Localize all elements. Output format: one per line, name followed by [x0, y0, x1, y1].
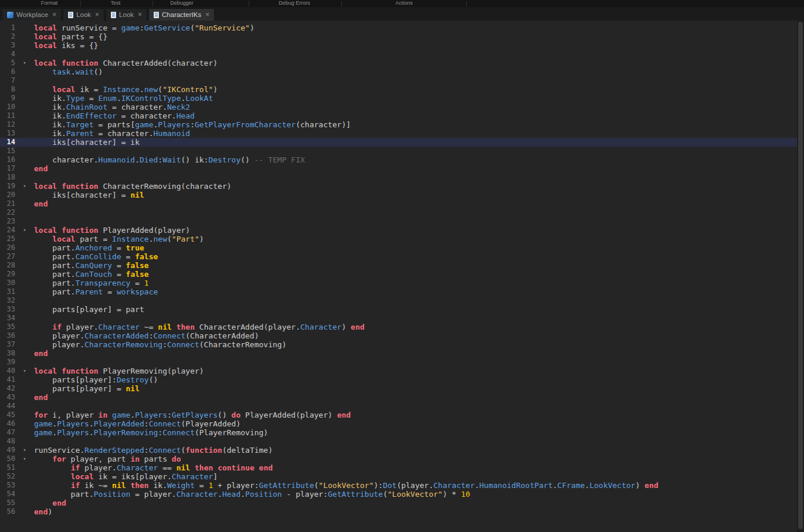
code-line[interactable]: 12 ik.Target = parts[game.Players:GetPla… [0, 120, 797, 129]
line-number[interactable]: 35 [1, 323, 15, 331]
line-number[interactable]: 53 [1, 481, 15, 490]
line-number[interactable]: 45 [1, 411, 15, 419]
code-line[interactable]: 23 [0, 217, 797, 226]
code-line[interactable]: 22 [0, 208, 797, 217]
line-number[interactable]: 5 [1, 59, 15, 67]
tab-close-icon[interactable]: × [138, 11, 142, 18]
code-line[interactable]: 42 parts[player] = nil [0, 384, 797, 393]
tab-close-icon[interactable]: × [52, 11, 56, 18]
code-line[interactable]: 52 local ik = iks[player.Character] [0, 472, 797, 481]
tab-characteriks[interactable]: CharacterIKs× [148, 8, 215, 21]
code-line[interactable]: 45for i, player in game.Players:GetPlaye… [0, 411, 797, 419]
line-number[interactable]: 16 [1, 155, 15, 164]
line-number[interactable]: 14 [1, 138, 15, 147]
line-number[interactable]: 37 [1, 340, 15, 349]
code-line[interactable]: 31 part.Parent = workspace [0, 287, 797, 296]
line-number[interactable]: 32 [1, 296, 15, 305]
code-line[interactable]: 38end [0, 349, 797, 358]
line-number[interactable]: 3 [1, 41, 15, 50]
code-line[interactable]: 48 [0, 437, 797, 446]
code-line[interactable]: 37 player.CharacterRemoving:Connect(Char… [0, 340, 797, 349]
line-number[interactable]: 50 [1, 455, 15, 463]
fold-arrow-icon[interactable]: ▾ [15, 59, 34, 67]
code-line[interactable]: 35 if player.Character ~= nil then Chara… [0, 323, 797, 331]
code-line[interactable]: 56end) [0, 507, 797, 516]
code-line[interactable]: 7 [0, 76, 797, 85]
line-number[interactable]: 20 [1, 191, 15, 199]
code-line[interactable]: 14 iks[character] = ik [0, 138, 797, 147]
line-number[interactable]: 31 [1, 287, 15, 296]
line-number[interactable]: 26 [1, 243, 15, 252]
code-line[interactable]: 16 character.Humanoid.Died:Wait() ik:Des… [0, 155, 797, 164]
line-number[interactable]: 25 [1, 235, 15, 243]
code-line[interactable]: 3local iks = {} [0, 41, 797, 50]
line-number[interactable]: 19 [1, 182, 15, 191]
code-line[interactable]: 46game.Players.PlayerAdded:Connect(Playe… [0, 419, 797, 428]
code-line[interactable]: 8 local ik = Instance.new("IKControl") [0, 85, 797, 94]
tab-workplace[interactable]: Workplace× [2, 8, 62, 21]
code-line[interactable]: 25 local part = Instance.new("Part") [0, 235, 797, 243]
line-number[interactable]: 39 [1, 358, 15, 367]
code-line[interactable]: 2local parts = {} [0, 32, 797, 41]
code-line[interactable]: 9 ik.Type = Enum.IKControlType.LookAt [0, 94, 797, 103]
line-number[interactable]: 36 [1, 331, 15, 340]
line-number[interactable]: 41 [1, 375, 15, 384]
line-number[interactable]: 34 [1, 314, 15, 323]
line-number[interactable]: 11 [1, 111, 15, 120]
code-line[interactable]: 51 if player.Character == nil then conti… [0, 463, 797, 472]
code-line[interactable]: 41 parts[player]:Destroy() [0, 375, 797, 384]
code-line[interactable]: 44 [0, 402, 797, 411]
line-number[interactable]: 18 [1, 173, 15, 182]
line-number[interactable]: 43 [1, 393, 15, 402]
line-number[interactable]: 27 [1, 252, 15, 261]
code-line[interactable]: 30 part.Transparency = 1 [0, 279, 797, 287]
code-line[interactable]: 29 part.CanTouch = false [0, 270, 797, 279]
code-line[interactable]: 49▾runService.RenderStepped:Connect(func… [0, 446, 797, 455]
code-line[interactable]: 33 parts[player] = part [0, 305, 797, 314]
line-number[interactable]: 33 [1, 305, 15, 314]
line-number[interactable]: 52 [1, 472, 15, 481]
line-number[interactable]: 55 [1, 499, 15, 507]
code-line[interactable]: 43end [0, 393, 797, 402]
code-line[interactable]: 15 [0, 147, 797, 155]
line-number[interactable]: 6 [1, 67, 15, 76]
script-editor[interactable]: 1local runService = game:GetService("Run… [0, 21, 797, 532]
line-number[interactable]: 46 [1, 419, 15, 428]
line-number[interactable]: 4 [1, 50, 15, 59]
line-number[interactable]: 47 [1, 428, 15, 437]
code-line[interactable]: 10 ik.ChainRoot = character.Neck2 [0, 103, 797, 111]
code-line[interactable]: 4 [0, 50, 797, 59]
line-number[interactable]: 8 [1, 85, 15, 94]
code-line[interactable]: 18 [0, 173, 797, 182]
code-line[interactable]: 19▾local function CharacterRemoving(char… [0, 182, 797, 191]
line-number[interactable]: 38 [1, 349, 15, 358]
code-line[interactable]: 40▾local function PlayerRemoving(player) [0, 367, 797, 375]
line-number[interactable]: 30 [1, 279, 15, 287]
code-line[interactable]: 26 part.Anchored = true [0, 243, 797, 252]
line-number[interactable]: 51 [1, 463, 15, 472]
code-line[interactable]: 13 ik.Parent = character.Humanoid [0, 129, 797, 138]
code-line[interactable]: 32 [0, 296, 797, 305]
line-number[interactable]: 24 [1, 226, 15, 235]
tab-close-icon[interactable]: × [95, 11, 99, 18]
line-number[interactable]: 17 [1, 164, 15, 173]
line-number[interactable]: 9 [1, 94, 15, 103]
code-line[interactable]: 34 [0, 314, 797, 323]
code-line[interactable]: 11 ik.EndEffector = character.Head [0, 111, 797, 120]
line-number[interactable]: 12 [1, 120, 15, 129]
line-number[interactable]: 48 [1, 437, 15, 446]
line-number[interactable]: 2 [1, 32, 15, 41]
line-number[interactable]: 23 [1, 217, 15, 226]
line-number[interactable]: 42 [1, 384, 15, 393]
line-number[interactable]: 56 [1, 507, 15, 516]
line-number[interactable]: 49 [1, 446, 15, 455]
line-number[interactable]: 13 [1, 129, 15, 138]
fold-arrow-icon[interactable]: ▾ [15, 446, 34, 455]
line-number[interactable]: 29 [1, 270, 15, 279]
line-number[interactable]: 22 [1, 208, 15, 217]
code-line[interactable]: 20 iks[character] = nil [0, 191, 797, 199]
line-number[interactable]: 28 [1, 261, 15, 270]
code-line[interactable]: 54 part.Position = player.Character.Head… [0, 490, 797, 499]
fold-arrow-icon[interactable]: ▾ [15, 367, 34, 375]
code-line[interactable]: 6 task.wait() [0, 67, 797, 76]
